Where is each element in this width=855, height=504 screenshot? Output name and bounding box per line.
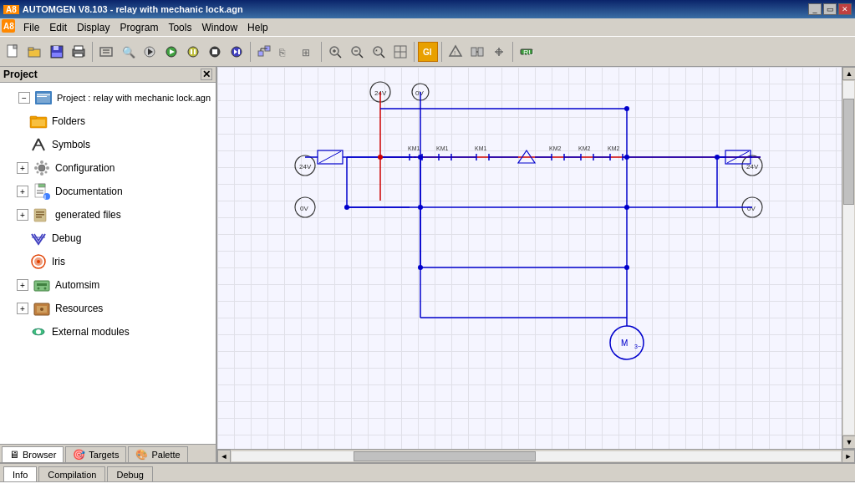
- tree-item-documentation[interactable]: + i Documentation: [0, 180, 216, 203]
- menu-help[interactable]: Help: [242, 20, 273, 35]
- canvas-scroll[interactable]: 24V 0V 24V 0V: [217, 67, 855, 449]
- tab-info[interactable]: Info: [3, 466, 37, 481]
- scroll-down-button[interactable]: ▼: [842, 435, 855, 449]
- minimize-button[interactable]: _: [808, 3, 822, 15]
- gen-expand-button[interactable]: +: [17, 209, 28, 221]
- menu-file[interactable]: File: [18, 20, 44, 35]
- tree-item-folders[interactable]: Folders: [0, 109, 216, 133]
- toolbar-btn-h[interactable]: RUN: [517, 42, 537, 62]
- pause-button[interactable]: [183, 42, 203, 62]
- svg-text:KM1: KM1: [408, 145, 420, 151]
- svg-point-169: [344, 205, 349, 210]
- root-collapse-button[interactable]: −: [18, 92, 30, 104]
- new-button[interactable]: [3, 42, 23, 62]
- toolbar-btn-e[interactable]: !: [445, 42, 466, 62]
- toolbar-btn-a[interactable]: [254, 42, 274, 62]
- sidebar-tab-browser[interactable]: 🖥 Browser: [2, 446, 64, 462]
- symbols-icon: [28, 135, 48, 155]
- sidebar-tab-targets[interactable]: 🎯 Targets: [65, 446, 126, 462]
- scroll-thumb-v[interactable]: [843, 99, 854, 205]
- svg-line-37: [338, 54, 341, 58]
- menu-display[interactable]: Display: [72, 20, 115, 35]
- title-bar: A8 AUTOMGEN V8.103 - relay with mechanic…: [0, 0, 855, 18]
- svg-marker-91: [37, 283, 47, 286]
- toolbar-btn-c[interactable]: ⊞: [298, 42, 318, 62]
- save-button[interactable]: [47, 42, 67, 62]
- targets-tab-label: Targets: [89, 450, 119, 460]
- svg-text:3~: 3~: [634, 344, 641, 349]
- svg-line-141: [319, 151, 341, 163]
- svg-rect-63: [32, 120, 45, 126]
- tree-item-symbols[interactable]: Symbols: [0, 133, 216, 156]
- print-button[interactable]: [69, 42, 89, 62]
- toolbar-btn-g[interactable]: [489, 42, 509, 62]
- scroll-thumb-h[interactable]: [354, 451, 537, 461]
- auto-expand-button[interactable]: +: [17, 279, 28, 291]
- scroll-track-h[interactable]: [232, 451, 841, 461]
- menu-edit[interactable]: Edit: [44, 20, 72, 35]
- toolbar: 🔍 ⎘ ⊞ * GI !: [0, 37, 855, 67]
- svg-text:!: !: [454, 49, 455, 57]
- open-button[interactable]: [25, 42, 45, 62]
- toolbar-btn-b[interactable]: ⎘: [276, 42, 296, 62]
- folders-label: Folders: [52, 115, 85, 127]
- tree-item-configuration[interactable]: + Confi: [0, 156, 216, 180]
- svg-point-67: [38, 165, 45, 171]
- play-button[interactable]: [161, 42, 181, 62]
- svg-rect-85: [36, 216, 42, 218]
- svg-point-164: [418, 155, 423, 160]
- toolbar-btn-5[interactable]: [96, 42, 116, 62]
- tab-debug[interactable]: Debug: [107, 466, 152, 481]
- tree-item-automsim[interactable]: + Automsim: [0, 273, 216, 297]
- config-expand-button[interactable]: +: [17, 162, 28, 174]
- tree-root[interactable]: − Project : relay with mechanic lock.agn: [0, 86, 216, 109]
- zoom-in-button[interactable]: [325, 42, 345, 62]
- svg-text:KM2: KM2: [578, 145, 591, 151]
- tab-debug-label: Debug: [116, 470, 143, 480]
- svg-rect-28: [258, 51, 263, 56]
- scroll-left-button[interactable]: ◄: [217, 450, 231, 463]
- close-button[interactable]: ✕: [838, 3, 852, 15]
- toolbar-sep-4: [414, 42, 415, 62]
- svg-rect-8: [52, 53, 62, 57]
- tab-compilation[interactable]: Compilation: [38, 466, 105, 481]
- sidebar-tab-palette[interactable]: 🎨 Palette: [128, 446, 187, 462]
- toolbar-btn-6[interactable]: 🔍: [118, 42, 138, 62]
- menu-icon: A8: [2, 19, 15, 35]
- toolbar-btn-f[interactable]: [467, 42, 487, 62]
- stop-button[interactable]: [205, 42, 225, 62]
- step-button[interactable]: [226, 42, 247, 62]
- toolbar-btn-d[interactable]: [390, 42, 410, 62]
- extmod-icon: [28, 322, 48, 342]
- scroll-right-button[interactable]: ►: [842, 450, 855, 463]
- res-expand-button[interactable]: +: [17, 303, 28, 314]
- zoom-fit-button[interactable]: *: [369, 42, 389, 62]
- special-button[interactable]: GI: [418, 42, 438, 62]
- zoom-out-button[interactable]: [347, 42, 367, 62]
- svg-rect-3: [13, 45, 17, 48]
- svg-point-73: [45, 163, 48, 165]
- tree-item-debug[interactable]: Debug: [0, 227, 216, 250]
- svg-point-165: [624, 155, 629, 160]
- menu-window[interactable]: Window: [196, 20, 242, 35]
- svg-rect-83: [36, 211, 44, 213]
- tree-item-iris[interactable]: Iris: [0, 250, 216, 273]
- toolbar-sep-2: [250, 42, 251, 62]
- svg-rect-5: [28, 48, 33, 50]
- toolbar-sep-1: [92, 42, 93, 62]
- menu-program[interactable]: Program: [115, 20, 163, 35]
- scroll-up-button[interactable]: ▲: [842, 67, 855, 80]
- vertical-scrollbar[interactable]: ▲ ▼: [842, 67, 855, 449]
- svg-text:0V: 0V: [747, 205, 756, 212]
- tree-item-generated[interactable]: + generated files: [0, 203, 216, 227]
- toolbar-btn-7[interactable]: [140, 42, 160, 62]
- doc-expand-button[interactable]: +: [17, 186, 28, 197]
- svg-line-65: [38, 139, 44, 150]
- svg-point-171: [624, 106, 629, 111]
- restore-button[interactable]: ▭: [823, 3, 837, 15]
- sidebar-close-button[interactable]: ✕: [201, 69, 212, 80]
- tree-item-resources[interactable]: + Resources: [0, 297, 216, 320]
- menu-tools[interactable]: Tools: [163, 20, 196, 35]
- scroll-track-v[interactable]: [843, 81, 854, 435]
- tree-item-external[interactable]: External modules: [0, 320, 216, 344]
